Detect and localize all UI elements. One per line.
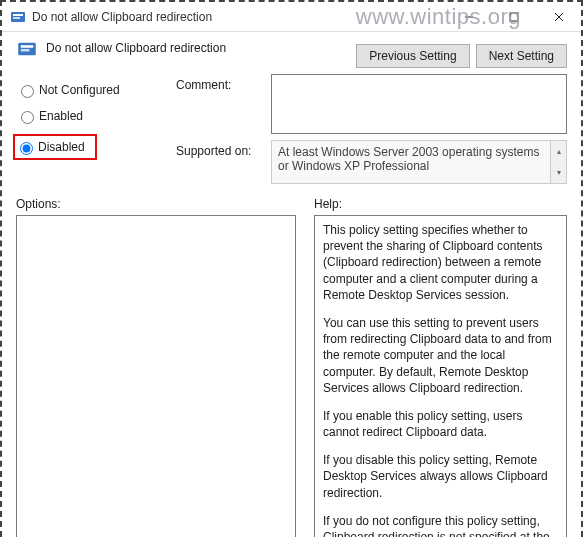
settings-grid: Not Configured Enabled Disabled Comment:… xyxy=(16,74,567,184)
svg-rect-8 xyxy=(21,45,34,48)
svg-rect-9 xyxy=(21,49,30,52)
radio-group: Not Configured Enabled Disabled xyxy=(16,74,176,160)
policy-heading: Do not allow Clipboard redirection xyxy=(46,38,356,55)
radio-label: Disabled xyxy=(38,140,85,154)
help-para: You can use this setting to prevent user… xyxy=(323,315,558,396)
policy-icon xyxy=(10,9,26,25)
help-para: If you disable this policy setting, Remo… xyxy=(323,452,558,501)
comment-input[interactable] xyxy=(271,74,567,134)
supported-on-text: At least Windows Server 2003 operating s… xyxy=(271,140,551,184)
help-para: If you enable this policy setting, users… xyxy=(323,408,558,440)
supported-on-spinner: ▴ ▾ xyxy=(551,140,567,184)
window-controls xyxy=(446,2,581,32)
svg-rect-1 xyxy=(13,14,23,16)
dialog-content: Do not allow Clipboard redirection Previ… xyxy=(2,32,581,537)
lower-grid: Options: Help: This policy setting speci… xyxy=(16,197,567,537)
svg-rect-2 xyxy=(13,17,20,19)
radio-label: Not Configured xyxy=(39,83,120,97)
svg-rect-4 xyxy=(510,13,518,21)
radio-label: Enabled xyxy=(39,109,83,123)
radio-disabled-input[interactable] xyxy=(20,142,33,155)
policy-icon xyxy=(16,38,38,60)
options-box xyxy=(16,215,296,537)
radio-enabled[interactable]: Enabled xyxy=(16,108,176,124)
help-para: This policy setting specifies whether to… xyxy=(323,222,558,303)
radio-not-configured-input[interactable] xyxy=(21,85,34,98)
title-bar: Do not allow Clipboard redirection xyxy=(2,2,581,32)
close-button[interactable] xyxy=(536,2,581,32)
help-box[interactable]: This policy setting specifies whether to… xyxy=(314,215,567,537)
help-para: If you do not configure this policy sett… xyxy=(323,513,558,537)
next-setting-button[interactable]: Next Setting xyxy=(476,44,567,68)
chevron-up-icon[interactable]: ▴ xyxy=(551,141,566,162)
maximize-button[interactable] xyxy=(491,2,536,32)
header-row: Do not allow Clipboard redirection Previ… xyxy=(16,38,567,68)
selected-highlight: Disabled xyxy=(13,134,97,160)
help-label: Help: xyxy=(314,197,567,211)
previous-setting-button[interactable]: Previous Setting xyxy=(356,44,469,68)
radio-disabled[interactable]: Disabled xyxy=(15,139,85,155)
supported-on-label: Supported on: xyxy=(176,140,271,158)
radio-not-configured[interactable]: Not Configured xyxy=(16,82,176,98)
radio-enabled-input[interactable] xyxy=(21,111,34,124)
dialog-window: www.wintips.org Do not allow Clipboard r… xyxy=(0,0,583,537)
supported-on-box: At least Windows Server 2003 operating s… xyxy=(271,140,567,184)
window-title: Do not allow Clipboard redirection xyxy=(32,10,446,24)
options-label: Options: xyxy=(16,197,296,211)
chevron-down-icon[interactable]: ▾ xyxy=(551,162,566,183)
minimize-button[interactable] xyxy=(446,2,491,32)
comment-label: Comment: xyxy=(176,74,271,92)
